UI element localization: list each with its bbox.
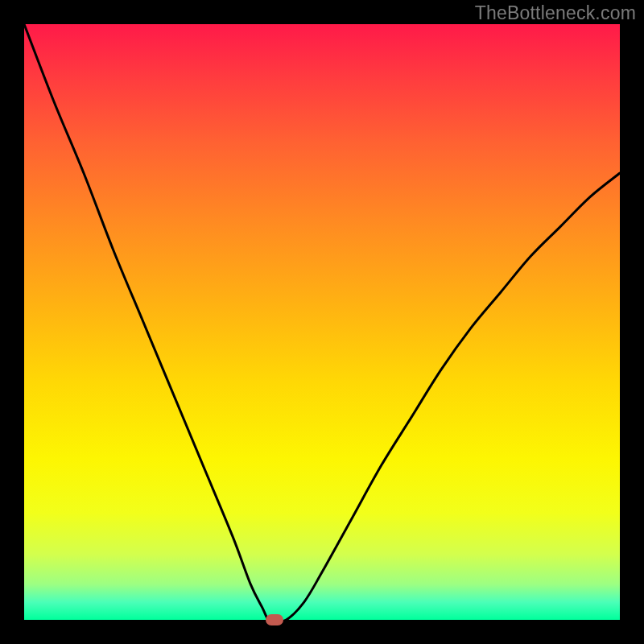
bottleneck-curve [24, 24, 620, 620]
plot-area [24, 24, 620, 620]
curve-svg [24, 24, 620, 620]
watermark-text: TheBottleneck.com [475, 2, 636, 24]
chart-frame: TheBottleneck.com [0, 0, 644, 644]
optimum-marker [266, 614, 283, 625]
